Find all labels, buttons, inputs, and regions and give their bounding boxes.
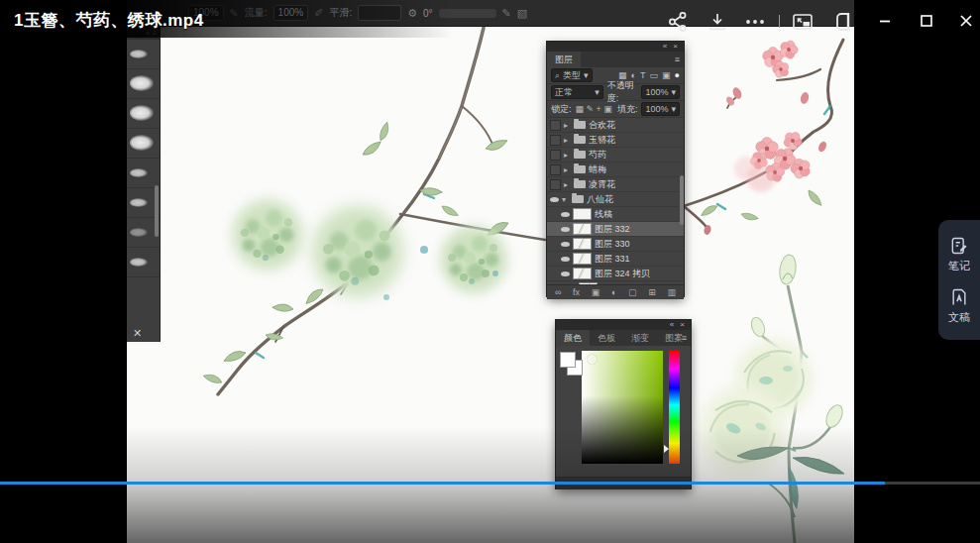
chevron-down-icon: ▾ (671, 86, 676, 98)
layers-scrollbar[interactable] (680, 175, 684, 225)
layer-row[interactable]: 线稿 (547, 207, 684, 222)
brush-panel-close-icon[interactable]: ✕ (133, 327, 142, 340)
visibility-toggle[interactable] (550, 150, 561, 161)
open-folder-icon (572, 195, 584, 203)
layers-footer-bar: ∞ fx ▣ ◐ ▢ ⊞ ▥ (547, 284, 684, 299)
layer-row[interactable]: ↳ 图层 323 (547, 281, 684, 284)
opacity-select[interactable]: 100% ▾ (641, 85, 680, 99)
eye-icon[interactable] (561, 270, 570, 278)
layer-name: 芍药 (589, 149, 606, 162)
notes-label: 笔记 (948, 259, 970, 273)
layers-tab[interactable]: 图层 (547, 52, 581, 67)
share-icon[interactable] (666, 10, 690, 34)
picture-in-picture-icon[interactable] (791, 10, 815, 34)
layer-group-row[interactable]: ▸ 蜡梅 (547, 163, 684, 177)
filter-shape-icon[interactable]: ▭ (650, 70, 659, 80)
color-menu-icon[interactable]: ≡ (682, 330, 687, 346)
link-layers-icon[interactable]: ∞ (555, 287, 561, 297)
layer-name: 图层 323 (600, 282, 636, 285)
doc-icon (949, 287, 969, 307)
chevron-down-icon: ▾ (671, 103, 676, 115)
clipping-mask-icon: ↳ (569, 284, 576, 285)
adjustment-layer-icon[interactable]: ◐ (611, 287, 616, 297)
brush-panel-scrollbar[interactable] (155, 185, 159, 237)
more-icon[interactable] (743, 10, 767, 34)
layer-name: 图层 324 拷贝 (595, 268, 650, 280)
eye-icon[interactable] (561, 255, 570, 264)
layer-name: 图层 332 (595, 223, 630, 236)
layer-row[interactable]: 图层 331 (547, 252, 684, 267)
brush-preset[interactable] (127, 99, 160, 129)
tab-swatches[interactable]: 色板 (590, 330, 623, 346)
delete-layer-icon[interactable]: ▥ (667, 287, 676, 297)
layer-group-row[interactable]: ▾ 八仙花 (547, 192, 684, 207)
layer-group-row[interactable]: ▸ 合欢花 (547, 118, 684, 133)
layer-thumbnail (573, 253, 592, 265)
layer-name: 图层 331 (595, 253, 630, 266)
fill-value: 100% (645, 103, 668, 115)
eye-icon[interactable] (561, 210, 570, 219)
minimize-button[interactable] (872, 8, 898, 34)
brush-preset[interactable] (127, 159, 160, 188)
layer-filter-select[interactable]: ⌕ 类型 ▾ (551, 68, 593, 82)
layer-name: 线稿 (595, 208, 612, 221)
layer-row-selected[interactable]: 图层 332 (547, 222, 684, 237)
blend-mode-select[interactable]: 正常 ▾ (551, 85, 603, 99)
download-icon[interactable] (706, 10, 729, 34)
search-icon: ⌕ (555, 69, 560, 81)
brush-preset[interactable] (127, 129, 160, 159)
folder-icon (574, 151, 586, 159)
brush-preset[interactable] (127, 40, 160, 69)
fill-select[interactable]: 100% ▾ (641, 102, 680, 116)
layers-menu-icon[interactable]: ≡ (675, 52, 680, 67)
color-picker-marker[interactable] (588, 355, 597, 364)
color-panel-collapse-icons[interactable]: « × (556, 320, 691, 330)
eye-icon[interactable] (557, 284, 566, 285)
eye-icon[interactable] (561, 225, 570, 234)
tab-gradients[interactable]: 渐变 (623, 330, 657, 346)
filter-type-icon[interactable]: T (640, 70, 646, 80)
brush-preset[interactable] (127, 248, 160, 277)
doc-button[interactable]: 文稿 (948, 287, 970, 325)
close-button[interactable] (953, 8, 979, 34)
top-toolbar (0, 8, 980, 36)
foreground-color-swatch[interactable] (560, 352, 576, 368)
notes-button[interactable]: 笔记 (948, 236, 970, 273)
layer-group-row[interactable]: ▸ 芍药 (547, 148, 684, 163)
ps-layers-panel[interactable]: « × 图层 ≡ ⌕ 类型 ▾ ▦ ◐ T ▭ ▣ ● (547, 42, 684, 296)
layers-list: ▸ 合欢花 ▸ 玉簪花 ▸ 芍药 ▸ 蜡梅 ▸ 凌霄花 ▾ 八仙花 (547, 118, 684, 284)
visibility-toggle[interactable] (550, 179, 561, 190)
layer-mask-icon[interactable]: ▣ (592, 287, 600, 297)
new-layer-icon[interactable]: ⊞ (648, 287, 656, 297)
visibility-toggle[interactable] (550, 164, 561, 175)
layer-group-row[interactable]: ▸ 凌霄花 (547, 177, 684, 192)
hydrangea-flowers (232, 199, 507, 300)
layers-panel-collapse-icons[interactable]: « × (547, 42, 684, 52)
layer-name: 凌霄花 (589, 178, 615, 191)
app-window: 100% ✎ 流量: 100% ✐ 平滑: ⚙ 0° ✎ ▧ » ≡ ✕ (0, 0, 980, 543)
eye-icon[interactable] (561, 240, 570, 249)
layer-group-row[interactable]: ▸ 玉簪花 (547, 133, 684, 148)
dock-panel-icon[interactable] (832, 10, 856, 34)
filter-flag-icon[interactable]: ● (675, 70, 680, 80)
filter-type-label: 类型 (563, 69, 581, 81)
new-group-icon[interactable]: ▢ (628, 287, 637, 297)
opacity-label: 不透明度: (607, 79, 638, 105)
folder-icon (574, 121, 586, 129)
layer-row[interactable]: 图层 324 拷贝 (547, 267, 684, 281)
layer-row[interactable]: 图层 330 (547, 237, 684, 252)
eye-icon[interactable] (550, 195, 559, 204)
layer-thumbnail (573, 238, 592, 250)
filter-smart-icon[interactable]: ▣ (662, 70, 671, 80)
ps-brush-panel[interactable]: » ≡ ✕ (127, 27, 161, 342)
visibility-toggle[interactable] (550, 135, 561, 146)
tab-color[interactable]: 颜色 (556, 330, 590, 346)
brush-preset[interactable] (127, 69, 160, 99)
visibility-toggle[interactable] (550, 120, 561, 131)
blossom-branch (684, 40, 843, 226)
maximize-button[interactable] (914, 8, 939, 34)
lock-icons[interactable]: ▦ ✎ + ▣ (576, 104, 612, 114)
layer-thumbnail (573, 208, 592, 220)
layer-effects-icon[interactable]: fx (573, 287, 580, 297)
side-tools-panel: 笔记 文稿 (938, 220, 980, 340)
